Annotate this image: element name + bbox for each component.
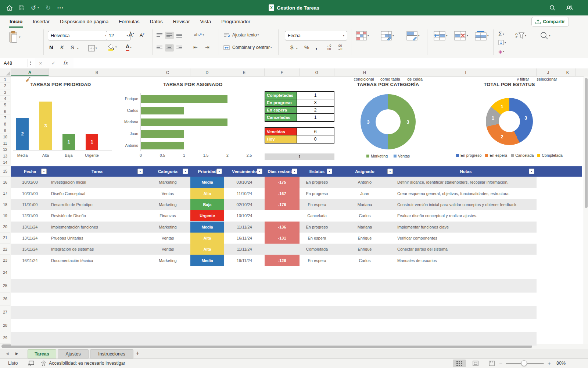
increase-indent-button[interactable]: ⇥ [205,44,209,50]
column-header-H[interactable]: H [334,68,395,76]
table-row[interactable]: 13/11/24Pruebas UnitariasVentasAlta16/11… [11,233,537,244]
comma-button[interactable]: , [315,43,317,51]
italic-button[interactable]: K [60,44,64,50]
conditional-format-button[interactable]: ▾ [356,31,369,40]
column-header-K[interactable]: K [560,68,576,76]
zoom-in-button[interactable]: + [548,360,551,367]
align-bottom-button[interactable] [175,32,184,39]
stepper-down-icon[interactable]: ▼ [29,63,32,66]
row-header-13[interactable]: 13 [0,153,10,159]
row-header-4[interactable]: 4 [0,96,10,102]
confirm-entry-icon[interactable]: ✓ [51,60,55,66]
delete-cells-button[interactable]: ▾ [454,31,468,40]
add-sheet-button[interactable]: + [136,350,139,357]
row-header-2[interactable]: 2 [0,83,10,89]
column-header-C[interactable]: C [145,68,190,76]
column-header-J[interactable]: J [537,68,560,76]
row-header-28[interactable]: 28 [0,319,10,332]
row-header-24[interactable]: 24 [0,266,10,279]
table-row[interactable]: 16/11/24Documentación técnicaMarketingMe… [11,255,537,266]
sheet-tab-ajustes[interactable]: Ajustes [58,349,89,358]
name-box-stepper[interactable]: ▲▼ [27,59,33,67]
formula-input[interactable] [74,58,588,68]
column-header-A[interactable]: A [11,68,49,76]
tab-disposición-de-página[interactable]: Disposición de página [55,15,114,28]
row-header-29[interactable]: 29 [0,332,10,344]
increase-decimal-button[interactable]: ←0.00 [326,44,331,51]
zoom-slider-thumb[interactable] [521,360,527,366]
table-row[interactable]: 15/11/24Integración de sistemasVentasAlt… [11,244,537,255]
insert-cells-button[interactable]: ▾ [434,31,448,40]
percent-button[interactable]: % [304,44,309,50]
fill-color-button[interactable]: ▾ [108,43,117,51]
row-header-20[interactable]: 20 [0,222,10,233]
tab-insertar[interactable]: Insertar [28,15,55,28]
row-header-12[interactable]: 12 [0,146,10,153]
tab-datos[interactable]: Datos [144,15,168,28]
decrease-font-button[interactable]: A▾ [140,32,144,38]
filter-button-días-restantes[interactable]: ▼ [292,169,297,174]
row-header-22[interactable]: 22 [0,244,10,255]
filter-button-categoría[interactable]: ▼ [183,169,188,174]
row-header-3[interactable]: 3 [0,89,10,96]
zoom-out-button[interactable]: − [499,360,502,367]
align-right-button[interactable] [175,44,184,52]
fill-down-button[interactable]: ▾ [498,40,506,45]
tab-fórmulas[interactable]: Fórmulas [114,15,144,28]
wrap-text-button[interactable]: Ajustar texto ▾ [223,32,259,38]
currency-chevron-icon[interactable]: ▾ [296,47,298,50]
underline-button[interactable]: S [71,44,74,50]
vertical-scrollbar[interactable] [584,77,588,344]
page-break-view-button[interactable] [485,360,498,367]
insert-function-icon[interactable]: fx [63,60,68,66]
bold-button[interactable]: N [49,44,53,50]
row-header-8[interactable]: 8 [0,121,10,127]
currency-button[interactable]: $ [290,44,293,50]
tab-programador[interactable]: Programador [216,15,255,28]
row-header-21[interactable]: 21 [0,233,10,244]
paste-button[interactable]: ▾ [9,31,21,43]
sheet-next-icon[interactable]: ▶ [15,351,18,355]
undo-menu-chevron-icon[interactable]: ▾ [37,6,39,9]
share-people-icon[interactable] [566,5,573,11]
table-row[interactable]: 12/01/00Revisión de DiseñoFinanzasUrgent… [11,210,537,221]
more-commands-icon[interactable]: ••• [57,6,64,10]
align-left-button[interactable] [155,44,164,52]
font-size-select[interactable]: 12▾ [106,31,131,40]
home-icon[interactable] [7,5,12,11]
find-select-button[interactable]: ▾ [540,32,551,40]
filter-button-estatus[interactable]: ▼ [327,169,332,174]
row-header-19[interactable]: 19 [0,210,10,221]
table-row[interactable]: 13/11/24Implementación funcionesMarketin… [11,222,537,233]
filter-button-fecha[interactable]: ▼ [41,169,47,174]
row-header-14[interactable]: 14 [0,159,10,166]
number-format-select[interactable]: Fecha▾ [285,31,347,40]
stepper-up-icon[interactable]: ▲ [29,61,32,63]
column-header-I[interactable]: I [395,68,537,76]
column-header-F[interactable]: F [265,68,300,76]
filter-button-prioridad[interactable]: ▼ [216,169,222,174]
row-header-23[interactable]: 23 [0,255,10,266]
align-middle-button[interactable] [165,32,174,39]
row-header-5[interactable]: 5 [0,102,10,108]
column-header-E[interactable]: E [224,68,265,76]
merge-center-button[interactable]: Combinar y centrar ▾ [223,45,272,50]
selection-mode-icon[interactable] [28,361,34,366]
tab-revisar[interactable]: Revisar [168,15,195,28]
borders-button[interactable]: ▾ [88,45,97,52]
column-header-G[interactable]: G [300,68,334,76]
row-header-11[interactable]: 11 [0,140,10,146]
accessibility-icon[interactable] [40,360,47,367]
select-all-corner[interactable] [0,68,11,77]
align-center-button[interactable] [165,44,174,52]
column-header-B[interactable]: B [49,68,145,76]
share-button[interactable]: Compartir [531,17,569,26]
decrease-indent-button[interactable]: ⇤ [193,44,198,50]
tab-vista[interactable]: Vista [195,15,216,28]
underline-chevron-icon[interactable]: ▾ [77,47,79,50]
row-header-15[interactable]: 15 [0,166,10,177]
row-header-1[interactable]: 1 [0,77,10,83]
orientation-button[interactable]: ab↗ ▾ [194,32,204,37]
normal-view-button[interactable] [453,360,466,367]
filter-button-tarea[interactable]: ▼ [137,169,143,174]
